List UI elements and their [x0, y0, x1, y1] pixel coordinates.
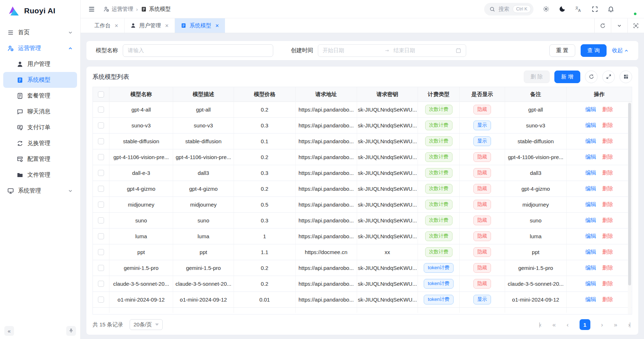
delete-link[interactable]: 删除: [602, 265, 613, 271]
sidebar-item-package[interactable]: 套餐管理: [3, 88, 77, 104]
refresh-icon[interactable]: [594, 18, 611, 33]
row-checkbox[interactable]: [98, 265, 104, 271]
row-checkbox[interactable]: [98, 233, 104, 239]
delete-link[interactable]: 删除: [602, 296, 613, 303]
delete-link[interactable]: 删除: [602, 122, 613, 129]
sidebar-item-exchange[interactable]: 兑换管理: [3, 135, 77, 151]
delete-button[interactable]: 删 除: [524, 71, 550, 83]
pagination-last-icon[interactable]: ›|: [628, 322, 630, 328]
date-range-input[interactable]: 开始日期 结束日期: [318, 44, 466, 57]
table-fullscreen-icon[interactable]: [602, 71, 615, 83]
delete-link[interactable]: 删除: [602, 106, 613, 113]
row-checkbox[interactable]: [98, 138, 104, 144]
edit-link[interactable]: 编辑: [585, 201, 596, 208]
global-search[interactable]: 搜索 Ctrl K: [484, 3, 533, 15]
close-icon[interactable]: ✕: [215, 23, 219, 28]
row-checkbox[interactable]: [98, 186, 104, 192]
tab-system-model[interactable]: 系统模型 ✕: [175, 18, 225, 33]
collapse-filter-link[interactable]: 收起: [612, 47, 629, 54]
bell-icon[interactable]: [607, 5, 614, 13]
column-header[interactable]: 是否显示: [460, 87, 505, 102]
edit-link[interactable]: 编辑: [585, 233, 596, 240]
sidebar-item-operation[interactable]: 运营管理: [3, 40, 77, 56]
sidebar-item-files[interactable]: 文件管理: [3, 167, 77, 183]
sidebar-collapse-button[interactable]: «: [4, 326, 14, 336]
table-scrollbar[interactable]: [628, 102, 631, 314]
delete-link[interactable]: 删除: [602, 185, 613, 192]
delete-link[interactable]: 删除: [602, 249, 613, 256]
sidebar-item-users[interactable]: 用户管理: [3, 56, 77, 72]
column-header[interactable]: 请求地址: [296, 87, 357, 102]
fullscreen-icon[interactable]: [591, 6, 598, 13]
pin-icon[interactable]: [66, 326, 76, 336]
tab-workbench[interactable]: 工作台 ✕: [89, 18, 125, 33]
edit-link[interactable]: 编辑: [585, 185, 596, 192]
edit-link[interactable]: 编辑: [585, 170, 596, 176]
row-checkbox[interactable]: [98, 281, 104, 287]
column-settings-icon[interactable]: [620, 71, 632, 83]
close-icon[interactable]: ✕: [114, 23, 118, 28]
scrollbar-thumb[interactable]: [628, 103, 631, 285]
add-button[interactable]: 新 增: [554, 71, 580, 83]
delete-link[interactable]: 删除: [602, 138, 613, 145]
close-icon[interactable]: ✕: [165, 23, 169, 28]
pagination-prev-5-icon[interactable]: «: [552, 322, 555, 328]
row-checkbox[interactable]: [98, 297, 104, 303]
column-header[interactable]: 模型价格: [234, 87, 296, 102]
row-checkbox[interactable]: [98, 170, 104, 176]
edit-link[interactable]: 编辑: [585, 138, 596, 145]
edit-link[interactable]: 编辑: [585, 217, 596, 224]
row-checkbox[interactable]: [98, 217, 104, 223]
table-refresh-icon[interactable]: [585, 71, 598, 83]
sidebar-item-chat[interactable]: 聊天消息: [3, 104, 77, 119]
edit-link[interactable]: 编辑: [585, 296, 596, 303]
edit-link[interactable]: 编辑: [585, 106, 596, 113]
model-name-input[interactable]: 请输入: [123, 44, 273, 57]
row-checkbox[interactable]: [98, 107, 104, 113]
content-fullscreen-icon[interactable]: [627, 18, 644, 33]
row-checkbox[interactable]: [98, 202, 104, 208]
translate-icon[interactable]: 文A: [575, 5, 582, 13]
breadcrumb-system-model[interactable]: 系统模型: [141, 6, 171, 13]
sidebar-item-home[interactable]: 首页: [3, 24, 77, 40]
settings-icon[interactable]: [542, 5, 550, 13]
delete-link[interactable]: 删除: [602, 170, 613, 176]
reset-button[interactable]: 重 置: [549, 44, 575, 57]
pagination-next-icon[interactable]: ›: [601, 322, 603, 328]
pagination-next-5-icon[interactable]: »: [614, 322, 617, 328]
row-checkbox[interactable]: [98, 154, 104, 160]
delete-link[interactable]: 删除: [602, 154, 613, 161]
logo[interactable]: Ruoyi AI: [0, 0, 80, 22]
pagination-first-icon[interactable]: |‹: [540, 322, 541, 328]
column-header[interactable]: 请求密钥: [357, 87, 418, 102]
sidebar-item-system-model[interactable]: 系统模型: [3, 72, 77, 88]
pagination-prev-icon[interactable]: ‹: [567, 322, 569, 328]
page-size-select[interactable]: 20条/页: [130, 319, 163, 330]
sidebar-item-system[interactable]: 系统管理: [3, 183, 77, 199]
column-header[interactable]: 操作: [567, 87, 632, 102]
sidebar-item-config[interactable]: 配置管理: [3, 151, 77, 167]
column-header[interactable]: 计费类型: [418, 87, 460, 102]
breadcrumb-operation[interactable]: 运营管理: [103, 6, 133, 13]
delete-link[interactable]: 删除: [602, 280, 613, 287]
edit-link[interactable]: 编辑: [585, 154, 596, 161]
menu-toggle-icon[interactable]: [88, 5, 95, 13]
chevron-down-icon[interactable]: [611, 18, 627, 33]
pagination-page-1[interactable]: 1: [580, 319, 590, 330]
search-button[interactable]: 查 询: [581, 44, 607, 57]
edit-link[interactable]: 编辑: [585, 122, 596, 129]
tab-user-management[interactable]: 用户管理 ✕: [125, 18, 175, 33]
column-header[interactable]: 备注: [505, 87, 567, 102]
moon-icon[interactable]: [559, 5, 566, 13]
delete-link[interactable]: 删除: [602, 201, 613, 208]
column-header[interactable]: 模型名称: [109, 87, 173, 102]
column-header[interactable]: 模型描述: [173, 87, 234, 102]
delete-link[interactable]: 删除: [602, 217, 613, 224]
row-checkbox[interactable]: [98, 122, 104, 128]
edit-link[interactable]: 编辑: [585, 265, 596, 271]
user-avatar[interactable]: [623, 3, 637, 16]
sidebar-item-payment[interactable]: 支付订单: [3, 119, 77, 135]
edit-link[interactable]: 编辑: [585, 280, 596, 287]
delete-link[interactable]: 删除: [602, 233, 613, 240]
edit-link[interactable]: 编辑: [585, 249, 596, 256]
